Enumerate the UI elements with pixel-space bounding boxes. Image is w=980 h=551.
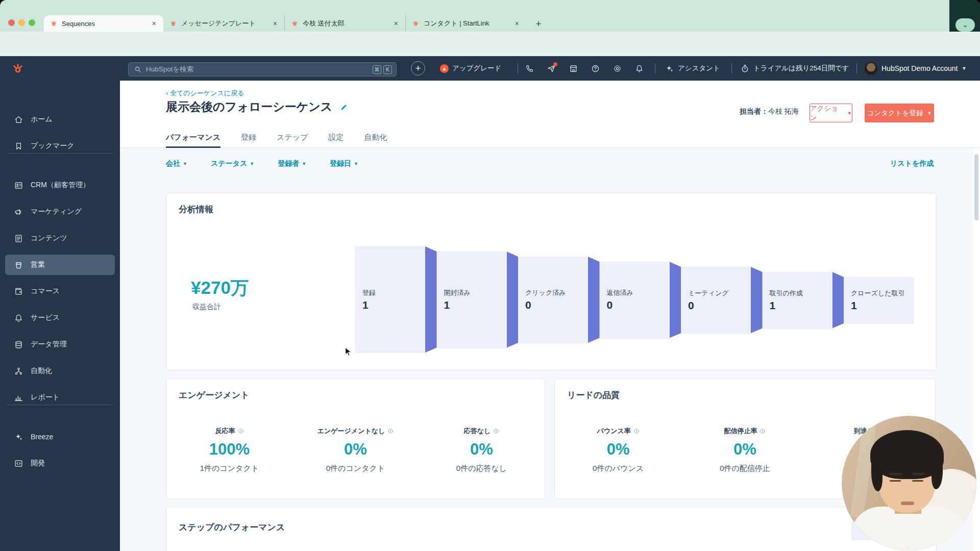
chevron-down-icon: ▼ <box>302 161 306 166</box>
step-performance-heading: ステップのパフォーマンス <box>179 521 285 533</box>
back-to-sequences-link[interactable]: ‹ 全てのシーケンスに戻る <box>166 89 244 98</box>
sidebar-item-label: コマース <box>31 287 60 296</box>
metric-value: 0% <box>292 440 419 459</box>
minimize-window-button[interactable] <box>18 19 25 26</box>
send-icon[interactable] <box>547 64 556 73</box>
browser-tab[interactable]: Sequences× <box>44 15 163 32</box>
page-header: ‹ 全てのシーケンスに戻る 展示会後のフォローシーケンス 担当者：今枝 拓海 ア… <box>120 81 980 148</box>
new-tab-button[interactable]: + <box>532 17 545 31</box>
nav-divider <box>655 63 655 73</box>
page-title: 展示会後のフォローシーケンス <box>166 99 349 115</box>
funnel-stage[interactable]: クリック済み0 <box>518 257 588 343</box>
tab-close-icon[interactable]: × <box>271 19 279 28</box>
actions-button[interactable]: アクション▼ <box>810 104 852 122</box>
browser-tab[interactable]: メッセージテンプレート× <box>163 15 284 32</box>
sidebar-item-sales[interactable]: 営業 <box>5 255 115 275</box>
browser-tabs: Sequences×メッセージテンプレート×今枝 送付太郎×コンタクト | St… <box>44 15 526 32</box>
browser-tab[interactable]: 今枝 送付太郎× <box>284 15 405 32</box>
close-window-button[interactable] <box>8 19 15 26</box>
funnel-stage[interactable]: 返信済み0 <box>600 262 670 338</box>
tab-ステップ[interactable]: ステップ <box>277 127 308 148</box>
trial-status[interactable]: トライアルは残り254日間です <box>740 56 849 81</box>
funnel-stage-value: 1 <box>362 299 425 311</box>
info-icon[interactable] <box>633 428 640 434</box>
filter-登録者[interactable]: 登録者▼ <box>278 159 306 168</box>
sidebar-item-service[interactable]: サービス <box>5 308 115 328</box>
funnel-stage-label: クリック済み <box>525 288 588 297</box>
engagement-metrics: 反応率100%1件のコンタクトエンゲージメントなし0%0件のコンタクト応答なし0… <box>166 426 545 473</box>
revenue-total-label: 収益合計 <box>192 303 221 312</box>
funnel-stage-label: ミーティング <box>688 289 751 298</box>
create-list-link[interactable]: リストを作成 <box>890 159 934 168</box>
info-icon[interactable] <box>238 428 244 434</box>
tab-パフォーマンス[interactable]: パフォーマンス <box>166 127 220 148</box>
sidebar-item-dev[interactable]: 開発 <box>5 453 115 473</box>
metric-sub: 0件のバウンス <box>555 464 681 473</box>
metric-sub: 0件のコンタクト <box>292 464 419 473</box>
nav-divider <box>731 63 732 73</box>
funnel-stage[interactable]: 開封済み1 <box>437 252 507 348</box>
funnel-stage-value: 1 <box>851 299 914 312</box>
funnel-stage[interactable]: 取引の作成1 <box>763 272 832 329</box>
account-menu[interactable]: HubSpot Demo Account ▼ <box>865 56 966 81</box>
maximize-window-button[interactable] <box>29 19 35 26</box>
tab-設定[interactable]: 設定 <box>329 127 344 148</box>
sidebar-item-crm[interactable]: CRM（顧客管理） <box>5 175 115 195</box>
shortcut-cmd-key: ⌘ <box>373 65 381 74</box>
edit-pencil-icon[interactable] <box>339 103 349 112</box>
metric: 応答なし0%0件の応答なし <box>419 426 545 473</box>
sidebar-item-label: CRM（顧客管理） <box>31 181 90 190</box>
enroll-contacts-button[interactable]: コンタクトを登録▼ <box>865 104 934 122</box>
tab-登録[interactable]: 登録 <box>241 127 256 148</box>
sidebar-item-data[interactable]: データ管理 <box>5 334 115 355</box>
filter-ステータス[interactable]: ステータス▼ <box>211 159 254 168</box>
create-button[interactable]: + <box>411 61 425 76</box>
funnel-connector <box>425 246 437 353</box>
step-performance-card: ステップのパフォーマンス 比較 <box>166 507 937 551</box>
scrollbar-thumb[interactable] <box>974 154 978 220</box>
funnel-stage[interactable]: 登録1 <box>355 246 425 353</box>
tab-close-icon[interactable]: × <box>150 19 158 28</box>
phone-icon[interactable] <box>525 64 534 73</box>
info-icon[interactable] <box>760 428 766 434</box>
info-icon[interactable] <box>493 428 499 434</box>
info-icon[interactable] <box>387 428 394 434</box>
sidebar-item-breeze[interactable]: Breeze <box>5 427 115 447</box>
nav-divider <box>518 63 518 73</box>
notifications-icon[interactable] <box>634 64 644 73</box>
global-search-input[interactable]: HubSpotを検索 ⌘ K <box>128 62 397 77</box>
settings-icon[interactable] <box>612 64 622 73</box>
funnel-stage-label: クローズした取引 <box>851 289 914 298</box>
sidebar-item-content[interactable]: コンテンツ <box>5 228 115 248</box>
tab-close-icon[interactable]: × <box>392 19 400 28</box>
marketplace-icon[interactable] <box>569 64 578 73</box>
funnel-stage-label: 取引の作成 <box>770 289 832 298</box>
funnel-stage[interactable]: クローズした取引1 <box>844 277 914 323</box>
sidebar-item-commerce[interactable]: コマース <box>5 281 115 302</box>
metric-sub: 0件の応答なし <box>419 464 545 473</box>
presenter-mouth <box>901 502 914 505</box>
engagement-heading: エンゲージメント <box>179 389 250 401</box>
funnel-stage[interactable]: ミーティング0 <box>681 267 751 333</box>
filter-会社[interactable]: 会社▼ <box>166 159 187 168</box>
sidebar-item-automation[interactable]: 自動化 <box>5 361 115 381</box>
sidebar-item-marketing[interactable]: マーケティング <box>5 202 115 222</box>
hubspot-logo[interactable] <box>11 62 24 76</box>
upgrade-button[interactable]: ▲ アップグレード <box>440 56 501 81</box>
nav-icon-group <box>525 56 644 81</box>
tab-close-icon[interactable]: × <box>513 19 521 28</box>
commerce-icon <box>14 287 23 296</box>
assistant-button[interactable]: アシスタント <box>665 56 720 81</box>
browser-tab[interactable]: コンタクト | StartLink× <box>405 15 526 32</box>
sidebar-item-home[interactable]: ホーム <box>5 109 115 130</box>
sidebar-item-label: データ管理 <box>31 340 67 349</box>
sidebar-item-label: 開発 <box>31 459 45 468</box>
tab-自動化[interactable]: 自動化 <box>364 127 387 148</box>
upgrade-rocket-icon: ▲ <box>440 64 449 73</box>
home-icon <box>14 115 23 124</box>
tab-search-chevron-icon[interactable]: ⌄ <box>955 18 975 32</box>
revenue-total-value: ¥270万 <box>191 276 249 300</box>
filter-登録日[interactable]: 登録日▼ <box>330 159 358 168</box>
help-icon[interactable] <box>591 64 600 73</box>
sidebar-item-label: ホーム <box>31 115 53 124</box>
